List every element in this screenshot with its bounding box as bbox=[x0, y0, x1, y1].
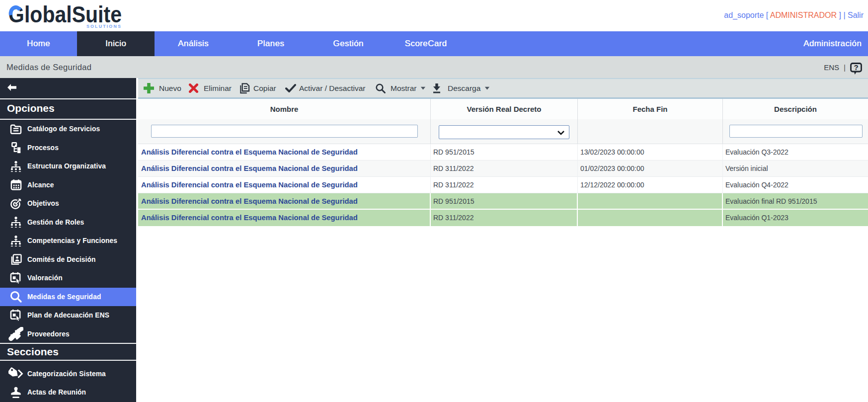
svg-text:?: ? bbox=[854, 63, 858, 72]
svg-text:SOLUTIONS: SOLUTIONS bbox=[86, 23, 122, 29]
